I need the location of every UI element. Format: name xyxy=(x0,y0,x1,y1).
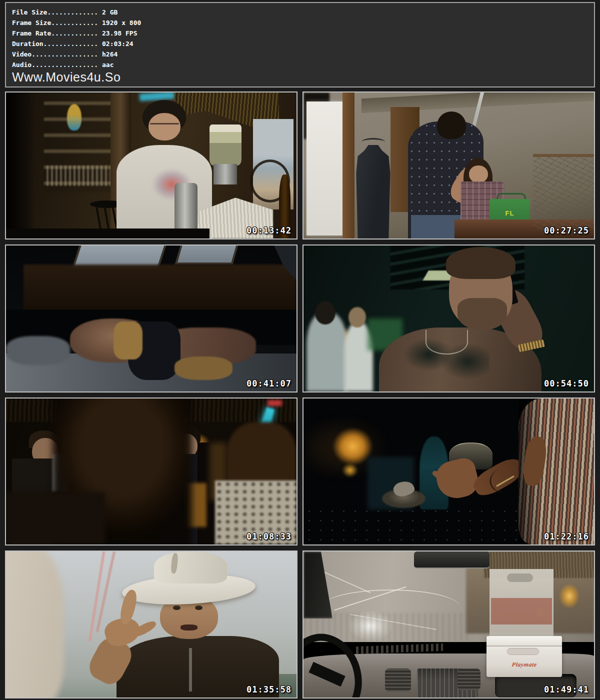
bartender-glasses xyxy=(150,123,179,124)
timestamp-overlay: 01:49:41 xyxy=(544,684,589,694)
glass-row xyxy=(46,166,110,186)
screenshot-cabin-bed: 00:41:07 xyxy=(5,244,298,392)
screenshot-grid: 00:13:42 FL 00:27:25 xyxy=(5,92,595,698)
timestamp-overlay: 00:41:07 xyxy=(246,378,292,388)
bag-label: FL xyxy=(490,210,530,217)
blender-pitcher xyxy=(210,124,242,166)
bright-doorway xyxy=(306,102,344,236)
media-info-panel: File Size............. 2 GB Frame Size..… xyxy=(5,2,595,88)
crumpled-blanket xyxy=(174,356,232,380)
necklace xyxy=(426,330,468,354)
air-vent-left xyxy=(385,668,411,692)
paper-bag-red-band xyxy=(491,598,552,624)
info-duration: Duration.............. 02:03:24 xyxy=(12,38,594,49)
lantern-light xyxy=(559,584,580,608)
background-figure-plaid xyxy=(306,312,347,392)
timestamp-overlay: 00:13:42 xyxy=(246,226,292,236)
screenshot-sheet: File Size............. 2 GB Frame Size..… xyxy=(0,0,600,700)
cooler-handle xyxy=(507,648,539,656)
timestamp-overlay: 01:08:33 xyxy=(246,532,292,542)
info-video-codec: Video................. h264 xyxy=(12,49,594,60)
info-audio-codec: Audio................. aac xyxy=(12,60,594,70)
screenshot-truck-dashboard: Playmate 01:49:41 xyxy=(302,550,595,698)
red-neon-light xyxy=(268,400,282,406)
screenshot-phone-call: 00:54:50 xyxy=(302,244,595,392)
tan-towel xyxy=(114,322,142,360)
foreground-shoulder xyxy=(6,492,105,544)
pillow xyxy=(6,336,70,365)
cooler-lid xyxy=(486,636,562,646)
open-mouth xyxy=(180,624,198,630)
screenshot-cowboy-hat-man: 01:35:58 xyxy=(5,550,298,698)
bartender-face xyxy=(148,113,180,140)
background-figure-head xyxy=(315,301,336,324)
timestamp-overlay: 00:54:50 xyxy=(544,378,589,388)
background-figure-head-2 xyxy=(348,307,366,328)
info-frame-size: Frame Size............ 1920 x 800 xyxy=(12,18,594,28)
info-file-size: File Size............. 2 GB xyxy=(12,7,594,18)
site-watermark: Www.Movies4u.So xyxy=(12,70,594,84)
cowboy-hat-crown xyxy=(154,552,226,584)
timestamp-overlay: 00:27:25 xyxy=(544,226,589,236)
shirt-zipper xyxy=(189,648,192,692)
timestamp-overlay: 01:22:16 xyxy=(544,532,589,542)
man-head xyxy=(437,112,466,139)
blender-base xyxy=(214,164,236,184)
man-beard xyxy=(458,298,507,330)
screenshot-boat-cabin: FL 00:27:25 xyxy=(302,92,595,240)
door-frame xyxy=(342,92,354,238)
paper-bag-handle xyxy=(507,574,533,582)
dark-left-edge xyxy=(6,92,35,238)
man-jeans xyxy=(411,215,460,238)
man-hair xyxy=(446,247,516,279)
hanging-wetsuit xyxy=(353,145,394,238)
screenshot-tiki-bar: 00:13:42 xyxy=(5,92,298,240)
woman-face xyxy=(469,166,488,183)
orange-bokeh-small xyxy=(338,460,362,480)
rear-view-mirror xyxy=(414,552,490,568)
screenshot-bar-crowd: 01:08:33 xyxy=(5,398,298,546)
screenshot-bar-counter: 01:22:16 xyxy=(302,398,595,546)
cooler-brand-label: Playmate xyxy=(489,661,560,668)
cabin-window-right xyxy=(174,246,238,264)
timestamp-overlay: 01:35:58 xyxy=(246,684,292,694)
hanging-buoy xyxy=(67,104,82,130)
foreground-shoulder-blur xyxy=(5,550,64,698)
bar-counter xyxy=(6,228,210,238)
side-window-netting xyxy=(533,154,594,230)
info-frame-rate: Frame Rate............ 23.98 FPS xyxy=(12,28,594,38)
air-vent-right xyxy=(458,668,480,690)
wood-wall xyxy=(24,264,296,316)
